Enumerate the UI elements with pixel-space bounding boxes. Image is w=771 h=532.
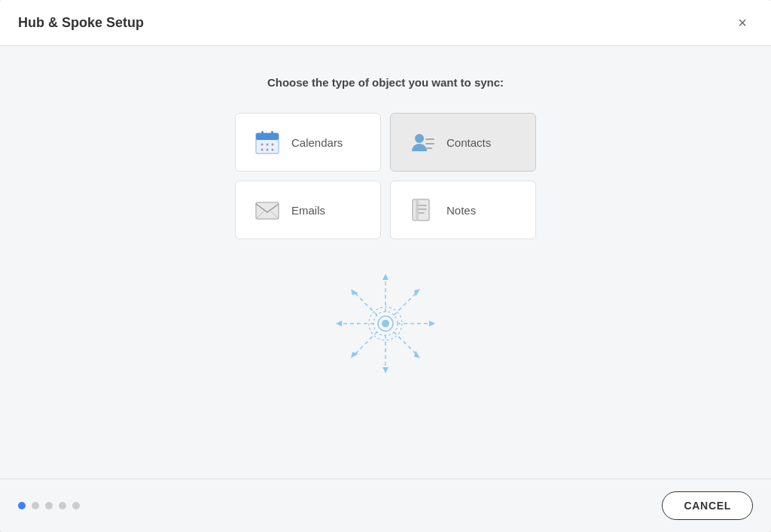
svg-rect-16	[416, 199, 419, 220]
svg-marker-27	[429, 321, 435, 327]
svg-marker-25	[336, 321, 342, 327]
dot-3	[45, 502, 53, 509]
svg-marker-31	[351, 352, 358, 358]
dialog-header: Hub & Spoke Setup ×	[0, 0, 771, 46]
svg-point-39	[382, 320, 389, 327]
card-emails[interactable]: Emails	[235, 181, 381, 239]
svg-point-8	[267, 149, 269, 151]
card-emails-label: Emails	[291, 204, 325, 217]
svg-marker-23	[382, 367, 389, 373]
svg-rect-3	[271, 131, 273, 135]
object-grid: Calendars Contacts	[235, 113, 536, 239]
calendar-icon	[254, 129, 281, 156]
card-notes[interactable]: Notes	[390, 181, 536, 239]
svg-rect-2	[261, 131, 264, 135]
notes-icon	[409, 196, 436, 223]
svg-point-7	[261, 149, 264, 151]
svg-rect-1	[256, 133, 279, 140]
hub-spoke-diagram	[325, 263, 446, 384]
dialog: Hub & Spoke Setup × Choose the type of o…	[0, 0, 771, 532]
dot-2	[32, 502, 39, 509]
card-contacts-label: Contacts	[446, 136, 491, 149]
dot-4	[59, 502, 66, 509]
dialog-body: Choose the type of object you want to sy…	[0, 46, 771, 479]
contacts-icon	[409, 129, 436, 156]
svg-point-6	[272, 144, 274, 146]
cancel-button[interactable]: CANCEL	[662, 491, 753, 520]
svg-marker-29	[414, 289, 420, 296]
card-notes-label: Notes	[446, 204, 476, 217]
dot-5	[72, 502, 80, 509]
svg-rect-14	[256, 202, 279, 219]
dot-indicators	[18, 502, 80, 509]
svg-point-4	[261, 144, 264, 146]
svg-point-5	[267, 144, 269, 146]
card-calendars-label: Calendars	[291, 136, 343, 149]
emails-icon	[254, 196, 281, 223]
svg-line-34	[394, 332, 417, 355]
svg-line-30	[354, 332, 377, 355]
dialog-title: Hub & Spoke Setup	[18, 15, 144, 31]
svg-marker-33	[351, 289, 358, 295]
svg-rect-15	[413, 199, 429, 220]
card-calendars[interactable]: Calendars	[235, 113, 381, 172]
svg-point-10	[415, 134, 424, 143]
close-button[interactable]: ×	[732, 12, 753, 33]
svg-marker-21	[382, 274, 389, 280]
dot-1	[18, 502, 26, 509]
svg-point-9	[272, 149, 274, 151]
svg-marker-35	[414, 351, 420, 358]
dialog-footer: CANCEL	[0, 479, 771, 532]
card-contacts[interactable]: Contacts	[390, 113, 536, 172]
subtitle: Choose the type of object you want to sy…	[267, 76, 504, 89]
